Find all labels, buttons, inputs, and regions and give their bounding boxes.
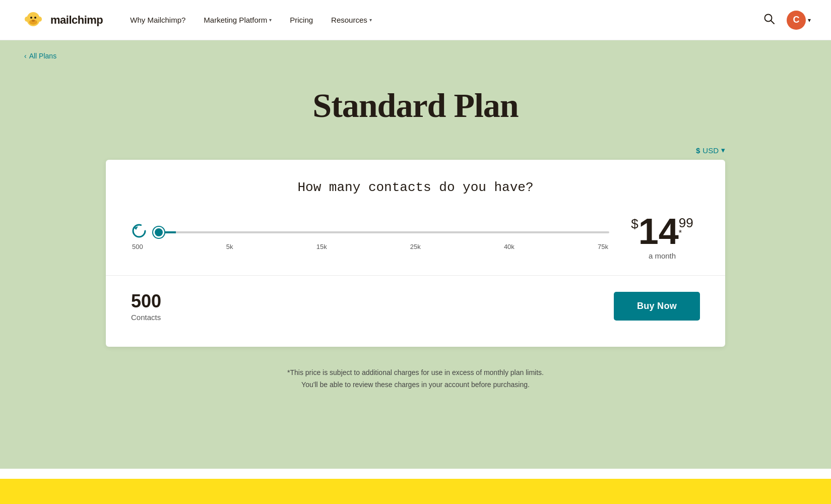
price-asterisk: * — [679, 229, 682, 237]
refresh-icon — [131, 223, 147, 239]
nav-pricing[interactable]: Pricing — [283, 12, 320, 28]
nav-resources[interactable]: Resources ▾ — [324, 12, 379, 28]
user-account[interactable]: C ▾ — [787, 11, 811, 30]
logo[interactable]: mailchimp — [20, 7, 103, 33]
slider-label-40k: 40k — [504, 243, 515, 250]
price-main: $ 14 99 * — [624, 213, 700, 249]
slider-label-5k: 5k — [226, 243, 233, 250]
svg-point-3 — [30, 17, 32, 19]
price-integer: 14 — [638, 213, 679, 249]
search-button[interactable] — [761, 11, 777, 29]
nav-marketing-platform[interactable]: Marketing Platform ▾ — [197, 12, 279, 28]
price-display: $ 14 99 * a month — [624, 213, 700, 260]
buy-now-button[interactable]: Buy Now — [614, 292, 700, 321]
contacts-count: 500 — [131, 291, 161, 312]
currency-row: $ USD ▾ — [0, 146, 831, 160]
resources-chevron-icon: ▾ — [369, 17, 372, 23]
search-icon — [763, 13, 775, 24]
contacts-info: 500 Contacts — [131, 291, 161, 322]
currency-dollar-sign: $ — [696, 146, 700, 155]
price-decimal: 99 — [679, 216, 693, 229]
slider-label-15k: 15k — [316, 243, 327, 250]
slider-icon-row — [131, 223, 609, 239]
navbar-right: C ▾ — [761, 11, 811, 30]
page-background: ‹ All Plans Standard Plan $ USD ▾ How ma… — [0, 40, 831, 469]
back-arrow-icon: ‹ — [24, 52, 27, 60]
avatar: C — [787, 11, 806, 30]
svg-point-7 — [32, 20, 35, 22]
slider-label-25k: 25k — [410, 243, 421, 250]
slider-area: 500 5k 15k 25k 40k 75k — [131, 223, 609, 250]
logo-wordmark: mailchimp — [50, 14, 103, 27]
currency-selector[interactable]: $ USD ▾ — [696, 146, 725, 155]
price-decimal-area: 99 * — [679, 216, 693, 237]
footnote-line2: You'll be able to review these charges i… — [0, 379, 831, 391]
card-bottom: 500 Contacts Buy Now — [131, 291, 700, 322]
price-period: a month — [624, 251, 700, 260]
page-title: Standard Plan — [0, 86, 831, 125]
price-dollar-sign: $ — [631, 217, 638, 230]
page-title-area: Standard Plan — [0, 60, 831, 146]
marketing-platform-chevron-icon: ▾ — [269, 17, 272, 23]
slider-labels: 500 5k 15k 25k 40k 75k — [131, 243, 609, 250]
svg-point-5 — [25, 17, 29, 22]
card-question: How many contacts do you have? — [131, 180, 700, 195]
bottom-bar — [0, 479, 831, 504]
slider-label-500: 500 — [132, 243, 143, 250]
contacts-slider[interactable] — [153, 231, 609, 233]
white-section — [0, 469, 831, 479]
slider-row: 500 5k 15k 25k 40k 75k $ 14 99 * — [131, 213, 700, 260]
nav-why-mailchimp[interactable]: Why Mailchimp? — [123, 12, 193, 28]
card-divider — [106, 275, 725, 276]
footnote-line1: *This price is subject to additional cha… — [0, 367, 831, 379]
svg-line-9 — [771, 21, 774, 24]
mailchimp-logo-icon — [20, 7, 46, 33]
svg-point-10 — [133, 225, 145, 237]
pricing-card: How many contacts do you have? 500 5k — [106, 160, 725, 347]
svg-point-6 — [38, 17, 42, 22]
footnote-area: *This price is subject to additional cha… — [0, 347, 831, 401]
navbar: mailchimp Why Mailchimp? Marketing Platf… — [0, 0, 831, 40]
nav-links: Why Mailchimp? Marketing Platform ▾ Pric… — [123, 12, 761, 28]
slider-label-75k: 75k — [598, 243, 608, 250]
account-chevron-icon: ▾ — [808, 17, 811, 24]
svg-point-4 — [34, 17, 36, 19]
breadcrumb[interactable]: ‹ All Plans — [24, 52, 56, 60]
slider-track — [153, 226, 609, 235]
currency-chevron-icon: ▾ — [721, 146, 725, 155]
currency-label: USD — [702, 146, 719, 155]
contacts-label: Contacts — [131, 313, 161, 322]
breadcrumb-bar: ‹ All Plans — [0, 40, 831, 60]
